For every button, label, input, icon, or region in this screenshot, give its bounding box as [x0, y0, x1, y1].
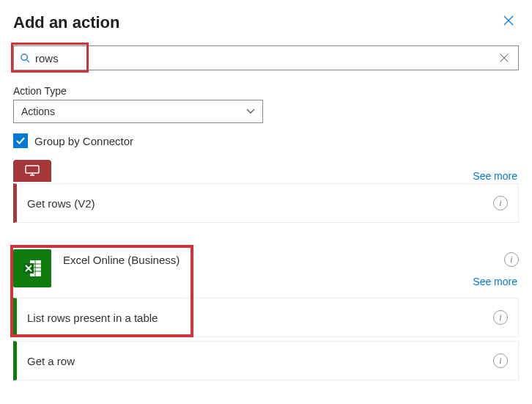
checkmark-icon — [15, 136, 26, 146]
svg-rect-2 — [26, 166, 39, 173]
search-field[interactable] — [13, 45, 519, 70]
action-item-list-rows[interactable]: List rows present in a table i — [13, 298, 519, 337]
info-icon[interactable]: i — [493, 196, 508, 210]
see-more-link[interactable]: See more — [473, 276, 519, 287]
close-icon — [503, 15, 514, 26]
excel-connector-tile[interactable] — [13, 249, 51, 287]
page-title: Add an action — [13, 13, 119, 32]
info-icon[interactable]: i — [493, 310, 508, 325]
action-type-label: Action Type — [13, 85, 519, 97]
svg-point-0 — [21, 54, 27, 59]
action-item-get-rows-v2[interactable]: Get rows (V2) i — [13, 183, 519, 223]
action-label: Get a row — [27, 355, 493, 367]
info-icon[interactable]: i — [493, 353, 508, 368]
search-icon — [20, 53, 31, 64]
action-label: List rows present in a table — [27, 312, 493, 324]
action-type-select[interactable]: Actions — [13, 100, 263, 123]
search-input[interactable] — [35, 52, 496, 65]
excel-icon — [21, 258, 43, 279]
action-type-value: Actions — [21, 106, 55, 117]
see-more-link[interactable]: See more — [473, 170, 519, 182]
svg-line-1 — [26, 59, 29, 62]
action-item-get-a-row[interactable]: Get a row i — [13, 341, 519, 381]
clear-search-button[interactable] — [496, 53, 512, 63]
chevron-down-icon — [246, 109, 255, 114]
connector-tile[interactable] — [13, 160, 51, 182]
action-label: Get rows (V2) — [27, 197, 493, 210]
close-button[interactable] — [498, 13, 519, 28]
group-by-connector-checkbox[interactable] — [13, 133, 28, 148]
close-icon — [499, 53, 509, 63]
info-icon[interactable]: i — [504, 252, 519, 267]
group-by-connector-label: Group by Connector — [34, 135, 133, 147]
monitor-icon — [24, 164, 40, 177]
connector-title: Excel Online (Business) — [63, 254, 180, 266]
